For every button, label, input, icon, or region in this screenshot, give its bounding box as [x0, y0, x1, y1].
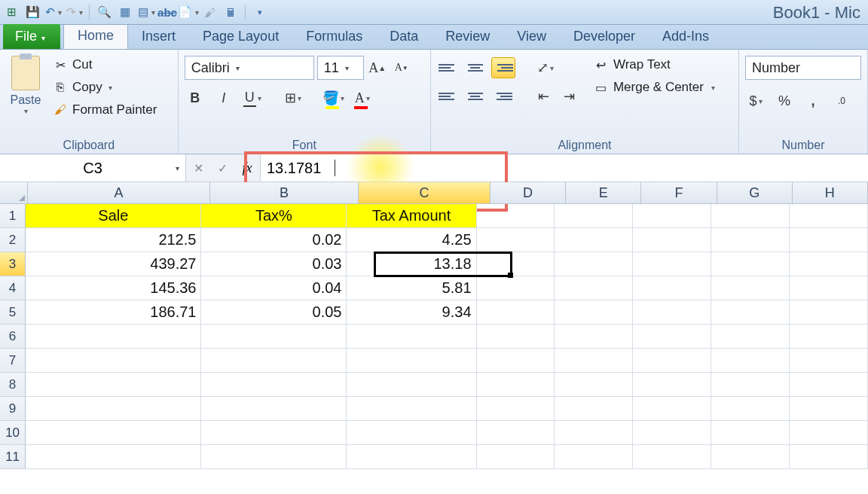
- tab-page-layout[interactable]: Page Layout: [189, 24, 292, 49]
- cell-C11[interactable]: [347, 445, 476, 469]
- cell-A1[interactable]: Sale: [26, 204, 201, 228]
- cell-B3[interactable]: 0.03: [201, 252, 347, 276]
- cell-D6[interactable]: [477, 325, 555, 349]
- save-icon[interactable]: 💾: [24, 4, 41, 20]
- cell-E6[interactable]: [555, 325, 633, 349]
- strikethrough-icon[interactable]: abc: [159, 4, 176, 20]
- cell-C1[interactable]: Tax Amount: [347, 204, 476, 228]
- cell-E2[interactable]: [555, 228, 633, 252]
- cell-D11[interactable]: [477, 445, 555, 469]
- qat-customize-icon[interactable]: ▾: [252, 4, 268, 20]
- cell-C10[interactable]: [347, 421, 476, 445]
- cell-E8[interactable]: [555, 373, 633, 397]
- decrease-font-icon[interactable]: A▼: [391, 57, 412, 78]
- increase-decimal-button[interactable]: .0: [831, 90, 852, 111]
- decrease-indent-icon[interactable]: ⇤: [533, 86, 555, 107]
- cell-G11[interactable]: [711, 445, 790, 469]
- cell-F5[interactable]: [633, 300, 711, 325]
- align-top-icon[interactable]: [437, 58, 460, 78]
- increase-indent-icon[interactable]: ⇥: [559, 86, 580, 107]
- cell-F11[interactable]: [633, 445, 711, 469]
- borders-button[interactable]: ⊞: [283, 87, 304, 108]
- cell-A2[interactable]: 212.5: [26, 228, 201, 252]
- col-header-F[interactable]: F: [641, 182, 717, 203]
- col-header-B[interactable]: B: [210, 182, 359, 203]
- cell-H9[interactable]: [790, 397, 868, 421]
- cell-D10[interactable]: [477, 421, 555, 445]
- cell-F7[interactable]: [633, 349, 711, 373]
- cell-E10[interactable]: [555, 421, 633, 445]
- align-right-icon[interactable]: [491, 87, 514, 106]
- row-header-8[interactable]: 8: [0, 373, 26, 397]
- cell-A8[interactable]: [26, 373, 201, 397]
- cell-B11[interactable]: [201, 445, 347, 469]
- bold-button[interactable]: B: [185, 87, 206, 108]
- cancel-formula-icon[interactable]: ✕: [186, 161, 210, 175]
- cell-C6[interactable]: [347, 325, 476, 349]
- cell-E1[interactable]: [555, 204, 633, 228]
- currency-button[interactable]: $: [745, 90, 766, 111]
- cell-G4[interactable]: [711, 276, 790, 300]
- paste-button[interactable]: Paste ▾: [6, 53, 45, 130]
- cell-C2[interactable]: 4.25: [347, 228, 476, 252]
- fx-icon[interactable]: fx: [234, 160, 260, 176]
- cell-A10[interactable]: [26, 421, 201, 445]
- cell-E3[interactable]: [555, 252, 633, 276]
- cell-B5[interactable]: 0.05: [201, 300, 347, 325]
- cell-F3[interactable]: [633, 252, 711, 276]
- cell-A6[interactable]: [26, 325, 201, 349]
- cell-D2[interactable]: [477, 228, 555, 252]
- copy-button[interactable]: ⎘ Copy ▾: [50, 78, 160, 96]
- percent-button[interactable]: %: [774, 90, 795, 111]
- cell-C4[interactable]: 5.81: [347, 276, 476, 300]
- cell-C3[interactable]: 13.18: [347, 252, 476, 276]
- cell-E5[interactable]: [555, 300, 633, 325]
- cell-D7[interactable]: [477, 349, 555, 373]
- cell-C9[interactable]: [347, 397, 476, 421]
- italic-button[interactable]: I: [213, 87, 234, 108]
- cell-C7[interactable]: [347, 349, 476, 373]
- cell-B6[interactable]: [201, 325, 347, 349]
- tab-formulas[interactable]: Formulas: [292, 24, 376, 49]
- font-color-button[interactable]: A: [352, 87, 373, 108]
- comma-button[interactable]: ,: [802, 90, 824, 111]
- row-header-11[interactable]: 11: [0, 445, 26, 469]
- wrap-text-button[interactable]: ↩ Wrap Text: [594, 57, 715, 72]
- cell-H1[interactable]: [790, 204, 868, 228]
- cell-G5[interactable]: [711, 300, 790, 325]
- tab-addins[interactable]: Add-Ins: [649, 24, 723, 49]
- cell-E9[interactable]: [555, 397, 633, 421]
- tab-insert[interactable]: Insert: [128, 24, 189, 49]
- tab-developer[interactable]: Developer: [560, 24, 649, 49]
- cell-F8[interactable]: [633, 373, 711, 397]
- row-header-3[interactable]: 3: [0, 252, 26, 276]
- cell-C5[interactable]: 9.34: [347, 300, 476, 325]
- cell-E11[interactable]: [555, 445, 633, 469]
- col-header-H[interactable]: H: [793, 182, 868, 203]
- row-header-2[interactable]: 2: [0, 228, 26, 252]
- cell-E7[interactable]: [555, 349, 633, 373]
- cell-A9[interactable]: [26, 397, 201, 421]
- undo-icon[interactable]: ↶: [45, 4, 62, 20]
- tab-data[interactable]: Data: [376, 24, 432, 49]
- col-header-C[interactable]: C: [359, 182, 491, 203]
- calculator-icon[interactable]: 🖩: [222, 4, 239, 20]
- align-middle-icon[interactable]: [464, 58, 487, 78]
- cell-H2[interactable]: [790, 228, 868, 252]
- file-tab[interactable]: File▾: [3, 24, 60, 49]
- col-header-A[interactable]: A: [28, 182, 209, 203]
- cell-H4[interactable]: [790, 276, 868, 300]
- align-center-icon[interactable]: [464, 87, 487, 106]
- cell-F10[interactable]: [633, 421, 711, 445]
- cell-A4[interactable]: 145.36: [26, 276, 201, 300]
- table-icon[interactable]: ▤: [138, 4, 154, 20]
- cut-button[interactable]: ✂ Cut: [50, 56, 160, 74]
- tab-review[interactable]: Review: [432, 24, 503, 49]
- col-header-E[interactable]: E: [566, 182, 641, 203]
- format-painter-button[interactable]: 🖌 Format Painter: [50, 101, 160, 119]
- col-header-D[interactable]: D: [491, 182, 566, 203]
- cell-B1[interactable]: Tax%: [201, 204, 347, 228]
- cell-H3[interactable]: [790, 252, 868, 276]
- cell-A3[interactable]: 439.27: [26, 252, 201, 276]
- cell-G8[interactable]: [711, 373, 790, 397]
